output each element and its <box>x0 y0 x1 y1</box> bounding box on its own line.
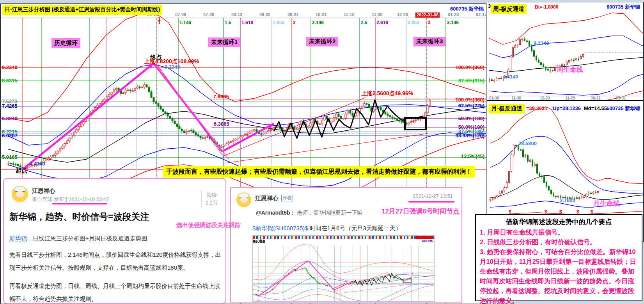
weekly-lifeline-label: 周生命线 <box>557 66 583 73</box>
post1-avatar[interactable] <box>12 186 28 202</box>
chart-annotation-label: 1 <box>158 17 161 21</box>
gann-time-label: 1.854 <box>273 20 284 25</box>
percent-level-label: 62.5%(225) <box>458 103 484 108</box>
weekly-date-label: 11-30 <box>511 96 521 100</box>
key-point-item: 2. 日线做三步分析图，有时价确认信号。 <box>480 237 638 247</box>
percent-level-label: 100.0%(360) <box>456 97 484 102</box>
date-axis-label: 10-21 <box>316 12 326 17</box>
percent-level-label: 12.5%(45) <box>461 154 484 159</box>
percent-level-label: 100.0%(360) <box>456 65 484 70</box>
date-axis-label: 07-06 <box>175 12 186 17</box>
gann-time-label: 2.146 <box>312 20 324 25</box>
gann-time-label: 3.146 <box>447 20 459 25</box>
date-axis-label: 11-30 <box>372 12 383 17</box>
weekly-channel-panel: 3 周-极反通道 Bt=-1.0000 600735 新华锦 9.2340 4.… <box>487 2 644 101</box>
weekly-chart-canvas <box>487 2 643 100</box>
svg-text:$: $ <box>545 209 547 215</box>
post2-pink-annotation: 12月27日强调6号时间节点 <box>381 207 459 216</box>
post1-title[interactable]: 新华锦，趋势、时价信号=波段关注 <box>9 211 149 223</box>
svg-text:$: $ <box>577 209 579 215</box>
price-axis-label: 5.0165 <box>2 155 18 160</box>
weekly-date-label: 01-30 <box>489 96 499 100</box>
daily-chart-title: 日-江恩三步分析图 (极反通道+江恩波段百分比+黄金时间周期线) <box>2 5 162 15</box>
post2-author-name[interactable]: 江恩禅心作者 <box>255 195 293 202</box>
monthly-lifeline-label: 月生命线 <box>593 200 620 207</box>
date-axis-label: 11-10 <box>344 12 355 17</box>
chart-annotation-label: 起点 <box>16 167 27 173</box>
post1-published-time: 发布于2021-10-10 23:47 <box>54 196 109 202</box>
monthly-md-value: Md=14.55 <box>584 106 607 111</box>
weekly-chart-title: 周-极反通道 <box>491 4 527 14</box>
date-axis-label: 08-13 <box>231 12 242 17</box>
svg-text:$: $ <box>591 209 593 215</box>
chart-annotation-label: 6.3865 <box>214 121 229 126</box>
date-axis-label: 07-26 <box>203 12 214 17</box>
post2-quote-handle[interactable]: @Armandt5b： <box>256 210 296 216</box>
post2-body: $新华锦(SH600735)$ 时间在1月6号（元旦3天顺延一天） <box>252 224 459 233</box>
post2-chart-thumbnail[interactable]: 极反通道 600735 <box>252 235 435 302</box>
post2-stock-link[interactable]: $新华锦(SH600735)$ <box>252 225 308 231</box>
chart-annotation-label: 上涨2.5600点49.96% <box>362 91 413 96</box>
gann-time-label: 2.854 <box>408 20 419 25</box>
post1-paragraph-3: 再看极反通道走势图，日线、周线、月线三个周期均显示股价目前处于生命线上涨幅不大，… <box>9 279 223 304</box>
monthly-chart-title: 月-极反通道 <box>489 104 525 114</box>
thumbnail-header: 极反通道 600735 <box>253 239 434 243</box>
svg-text:$: $ <box>509 209 511 215</box>
weekly-bt-value: Bt=-1.0000 <box>535 5 558 9</box>
post2-quoted-comment: @Armandt5b： 老师，新华锦能更新一下嘛 <box>256 210 362 217</box>
gann-time-label: 2.618 <box>376 20 388 25</box>
post1-read-count: 阅读 2.2万 <box>201 190 222 208</box>
date-axis-label: 01-28 <box>448 12 459 17</box>
post1-pink-annotation: 选出便强调波段关注跟踪 <box>176 222 241 229</box>
thumbnail-toolbar <box>253 236 434 239</box>
monthly-stock-code-name: 600735 新华锦 <box>607 106 640 111</box>
weekly-date-label: 11-29 <box>565 96 575 100</box>
key-points-title: 借新华锦阐述波段走势中的几个要点 <box>480 217 638 226</box>
price-axis-label: 8.6315 <box>2 78 18 83</box>
weekly-high-price-label: 9.2340 <box>534 41 549 46</box>
monthly-low-price-label: 3.7600 <box>560 198 575 203</box>
gann-time-label: 1.618 <box>241 20 253 25</box>
percent-level-label: 87.5%(315) <box>458 78 484 83</box>
monthly-high-price-label: 28.5800 <box>518 141 537 146</box>
gann-time-label: 2 <box>293 20 296 25</box>
post2-date-underline <box>408 201 454 203</box>
post1-meta: 来自雪球 发布于2021-10-10 23:47 <box>32 196 109 203</box>
cycle-label: 未来循环1 <box>208 37 240 47</box>
monthly-v-value: =39.3631 <box>526 106 548 111</box>
svg-text:$: $ <box>559 209 562 215</box>
chart-annotation-label: 4.4140 <box>30 161 45 166</box>
price-axis-label: 9.2340 <box>2 65 18 70</box>
post2-avatar[interactable] <box>236 192 251 207</box>
price-axis-label: 6.0207 <box>2 133 18 138</box>
gann-time-label: 3 <box>428 20 431 25</box>
weekly-stock-code-name: 600735 新华锦 <box>607 4 640 9</box>
date-axis-label: 09-24 <box>287 12 298 17</box>
key-points-panel: 借新华锦阐述波段走势中的几个要点 1. 月周日有生命线共振信号。2. 日线做三步… <box>475 214 642 301</box>
date-axis-label: 09-02 <box>259 12 270 17</box>
chart-annotation-label: 上涨4.8200点108.99% <box>144 59 199 64</box>
date-axis-label: 12-20 <box>397 12 408 17</box>
post2-author-badge: 作者 <box>281 195 293 201</box>
weekly-low-price-label: 4.4140 <box>503 74 518 79</box>
weekly-date-label: 12-29 <box>540 96 550 100</box>
post1-stock-link[interactable]: 新华锦 <box>9 235 27 242</box>
wave-advice-banner: 于波段而言，有些股快速起爆；有些股仍需颠簸，但遵循江恩规则去做，看清走势做好跟随… <box>163 166 475 178</box>
cycle-label: 未来循环2 <box>306 37 338 46</box>
price-axis-label: 7.4265 <box>2 103 18 108</box>
weekly-date-label: 08-31 <box>591 96 601 100</box>
weekly-date-label: 05-31 <box>616 96 626 100</box>
screenshot-root: 06-1607-0607-2608-1309-0209-2410-2111-10… <box>0 0 644 304</box>
post2-timestamp: 2021-12-27 13:51 <box>413 193 453 199</box>
thumbnail-chart-canvas <box>253 243 434 301</box>
post1-author-name[interactable]: 江恩禅心 <box>32 187 55 195</box>
xueqiu-post-1: 江恩禅心 来自雪球 发布于2021-10-10 23:47 阅读 2.2万 新华… <box>3 178 226 304</box>
cycle-label: 未来循环3 <box>413 37 445 46</box>
xueqiu-post-2: 江恩禅心作者 2021-12-27 13:51 @Armandt5b： 老师，新… <box>230 187 462 303</box>
thumbnail-red-marker <box>416 236 433 239</box>
chart-annotation-label: 7.6665 <box>213 94 229 99</box>
post1-date-underline <box>52 203 107 204</box>
post1-paragraph-2: 先看日线三步分析图，2.146时间点，股价回踩生命线和120度价格线获得支撑，出… <box>9 248 223 274</box>
percent-level-label: 33.33%(120) <box>456 133 484 138</box>
chart-annotation-label: 9.2340 <box>165 64 180 69</box>
